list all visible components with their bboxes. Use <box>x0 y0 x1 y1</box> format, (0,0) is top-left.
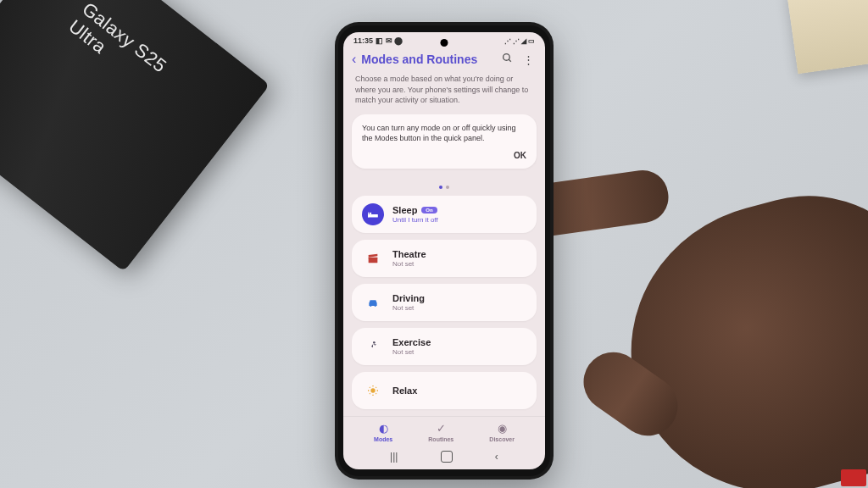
status-signal-icon: ⋰ ⋰ ◢ <box>504 37 526 45</box>
system-nav: ||| ‹ <box>343 446 545 469</box>
tip-ok-button[interactable]: OK <box>362 151 526 160</box>
svg-point-8 <box>373 341 376 344</box>
mode-label: Relax <box>392 385 417 396</box>
tab-modes[interactable]: ◐ Modes <box>374 422 392 442</box>
svg-point-6 <box>370 305 371 307</box>
mode-label: Driving <box>392 293 425 303</box>
tip-text: You can turn any mode on or off quickly … <box>362 123 526 144</box>
hand <box>529 102 868 488</box>
mode-badge: On <box>421 207 437 214</box>
bottom-nav: ◐ Modes ✓ Routines ◉ Discover <box>343 416 545 446</box>
sd-card <box>841 469 866 486</box>
phone-frame: 11:35 ◧ ✉ ⬤ ⋰ ⋰ ◢ ▭ ‹ Modes and Routines… <box>335 22 554 480</box>
back-button[interactable]: ‹ <box>352 52 356 67</box>
mode-subtitle: Until I turn it off <box>392 216 526 224</box>
svg-line-1 <box>509 59 511 62</box>
status-notif-icon: ◧ ✉ ⬤ <box>376 36 403 45</box>
bed-icon <box>362 203 384 225</box>
mode-label: Exercise <box>392 337 431 347</box>
box-label: Galaxy S25 Ultra <box>64 0 192 111</box>
car-icon <box>362 291 384 313</box>
camera-hole <box>441 39 448 47</box>
page-indicator <box>343 172 545 196</box>
svg-rect-3 <box>368 213 369 218</box>
discover-icon: ◉ <box>498 422 507 435</box>
mode-item-relax[interactable]: Relax <box>352 372 537 409</box>
mode-subtitle: Not set <box>392 348 526 356</box>
mode-subtitle: Not set <box>392 260 526 268</box>
mode-label: Sleep <box>392 205 417 215</box>
sys-back-button[interactable]: ‹ <box>495 451 498 463</box>
search-icon[interactable] <box>499 53 515 66</box>
more-icon[interactable]: ⋮ <box>520 53 537 66</box>
mode-item-exercise[interactable]: Exercise Not set <box>352 328 537 365</box>
run-icon <box>362 336 384 358</box>
svg-rect-2 <box>368 214 378 218</box>
svg-point-7 <box>375 305 376 307</box>
product-box: Galaxy S25 Ultra <box>0 0 270 272</box>
svg-rect-5 <box>369 258 378 263</box>
tab-discover[interactable]: ◉ Discover <box>489 422 515 442</box>
tab-routines[interactable]: ✓ Routines <box>428 422 453 442</box>
svg-point-4 <box>370 213 371 214</box>
wooden-block <box>787 0 868 74</box>
phone-screen: 11:35 ◧ ✉ ⬤ ⋰ ⋰ ◢ ▭ ‹ Modes and Routines… <box>343 32 545 469</box>
mode-item-sleep[interactable]: Sleep On Until I turn it off <box>352 196 537 233</box>
mode-item-driving[interactable]: Driving Not set <box>352 284 537 321</box>
mode-label: Theatre <box>392 249 426 259</box>
sun-icon <box>362 380 384 402</box>
routines-icon: ✓ <box>437 422 446 435</box>
home-button[interactable] <box>441 451 453 463</box>
app-header: ‹ Modes and Routines ⋮ <box>343 47 545 72</box>
svg-point-0 <box>504 54 510 61</box>
modes-icon: ◐ <box>379 422 388 435</box>
page-subtitle: Choose a mode based on what you're doing… <box>343 72 545 111</box>
svg-point-9 <box>370 388 375 392</box>
page-title: Modes and Routines <box>361 53 494 66</box>
status-time: 11:35 <box>353 36 373 45</box>
mode-subtitle: Not set <box>392 304 526 312</box>
status-battery-icon: ▭ <box>528 37 535 45</box>
recents-button[interactable]: ||| <box>390 451 398 463</box>
tip-card: You can turn any mode on or off quickly … <box>352 114 537 169</box>
mode-item-theatre[interactable]: Theatre Not set <box>352 240 537 277</box>
mode-list: Sleep On Until I turn it off Theatre Not… <box>343 196 545 416</box>
clapper-icon <box>362 247 384 269</box>
